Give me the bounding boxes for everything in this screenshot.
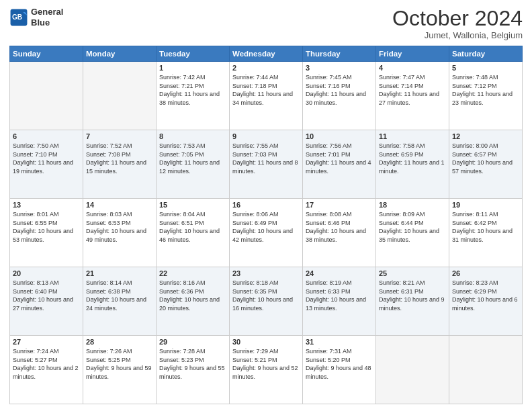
logo: GB General Blue xyxy=(9,7,63,28)
cell-info: Sunrise: 8:19 AMSunset: 6:33 PMDaylight:… xyxy=(306,279,366,312)
day-number: 4 xyxy=(379,64,446,72)
day-header-friday: Friday xyxy=(376,46,449,62)
calendar-cell xyxy=(10,62,83,130)
calendar-cell xyxy=(376,336,449,404)
page: GB General Blue October 2024 Jumet, Wall… xyxy=(0,0,532,411)
day-number: 12 xyxy=(452,132,519,140)
cell-info: Sunrise: 7:42 AMSunset: 7:21 PMDaylight:… xyxy=(159,74,220,106)
calendar-header-row: SundayMondayTuesdayWednesdayThursdayFrid… xyxy=(10,46,523,62)
calendar-cell: 7Sunrise: 7:52 AMSunset: 7:08 PMDaylight… xyxy=(83,130,157,199)
day-number: 22 xyxy=(159,269,226,277)
calendar-cell: 13Sunrise: 8:01 AMSunset: 6:55 PMDayligh… xyxy=(10,199,83,267)
day-number: 31 xyxy=(306,338,373,346)
cell-info: Sunrise: 8:04 AMSunset: 6:51 PMDaylight:… xyxy=(159,211,220,243)
cell-info: Sunrise: 8:13 AMSunset: 6:40 PMDaylight:… xyxy=(13,279,73,312)
svg-text:GB: GB xyxy=(12,13,22,21)
day-number: 18 xyxy=(379,201,446,209)
cell-info: Sunrise: 7:53 AMSunset: 7:05 PMDaylight:… xyxy=(159,142,220,175)
cell-info: Sunrise: 7:29 AMSunset: 5:21 PMDaylight:… xyxy=(232,348,298,380)
calendar-cell: 30Sunrise: 7:29 AMSunset: 5:21 PMDayligh… xyxy=(230,336,303,404)
day-number: 6 xyxy=(13,132,80,140)
day-number: 28 xyxy=(86,338,153,346)
cell-info: Sunrise: 8:18 AMSunset: 6:35 PMDaylight:… xyxy=(232,279,293,312)
day-number: 23 xyxy=(232,269,300,277)
cell-info: Sunrise: 8:23 AMSunset: 6:29 PMDaylight:… xyxy=(452,279,518,312)
location: Jumet, Wallonia, Belgium xyxy=(392,30,523,40)
calendar-cell xyxy=(449,336,523,404)
day-number: 2 xyxy=(232,64,300,72)
day-number: 10 xyxy=(306,132,373,140)
day-header-thursday: Thursday xyxy=(303,46,376,62)
cell-info: Sunrise: 7:26 AMSunset: 5:25 PMDaylight:… xyxy=(86,348,152,380)
day-number: 27 xyxy=(13,338,80,346)
calendar-week-row: 1Sunrise: 7:42 AMSunset: 7:21 PMDaylight… xyxy=(10,62,523,130)
day-number: 9 xyxy=(232,132,300,140)
cell-info: Sunrise: 8:14 AMSunset: 6:38 PMDaylight:… xyxy=(86,279,146,312)
calendar-cell: 8Sunrise: 7:53 AMSunset: 7:05 PMDaylight… xyxy=(157,130,230,199)
cell-info: Sunrise: 7:28 AMSunset: 5:23 PMDaylight:… xyxy=(159,348,225,380)
calendar-week-row: 6Sunrise: 7:50 AMSunset: 7:10 PMDaylight… xyxy=(10,130,523,199)
day-header-saturday: Saturday xyxy=(449,46,523,62)
calendar-cell: 31Sunrise: 7:31 AMSunset: 5:20 PMDayligh… xyxy=(303,336,376,404)
calendar-cell: 29Sunrise: 7:28 AMSunset: 5:23 PMDayligh… xyxy=(157,336,230,404)
day-number: 26 xyxy=(452,269,519,277)
calendar-cell: 3Sunrise: 7:45 AMSunset: 7:16 PMDaylight… xyxy=(303,62,376,130)
day-number: 20 xyxy=(13,269,80,277)
calendar-cell: 19Sunrise: 8:11 AMSunset: 6:42 PMDayligh… xyxy=(449,199,523,267)
day-number: 24 xyxy=(306,269,373,277)
logo-icon: GB xyxy=(9,8,28,27)
calendar-cell: 23Sunrise: 8:18 AMSunset: 6:35 PMDayligh… xyxy=(230,267,303,336)
calendar-week-row: 27Sunrise: 7:24 AMSunset: 5:27 PMDayligh… xyxy=(10,336,523,404)
header: GB General Blue October 2024 Jumet, Wall… xyxy=(9,7,523,40)
day-number: 15 xyxy=(159,201,226,209)
day-number: 8 xyxy=(159,132,226,140)
cell-info: Sunrise: 7:56 AMSunset: 7:01 PMDaylight:… xyxy=(306,142,371,175)
day-header-sunday: Sunday xyxy=(10,46,83,62)
header-right: October 2024 Jumet, Wallonia, Belgium xyxy=(392,7,523,40)
logo-text: General Blue xyxy=(31,7,63,28)
calendar-cell: 16Sunrise: 8:06 AMSunset: 6:49 PMDayligh… xyxy=(230,199,303,267)
cell-info: Sunrise: 8:21 AMSunset: 6:31 PMDaylight:… xyxy=(379,279,445,312)
calendar-cell: 4Sunrise: 7:47 AMSunset: 7:14 PMDaylight… xyxy=(376,62,449,130)
day-number: 3 xyxy=(306,64,373,72)
calendar-cell: 21Sunrise: 8:14 AMSunset: 6:38 PMDayligh… xyxy=(83,267,157,336)
cell-info: Sunrise: 8:03 AMSunset: 6:53 PMDaylight:… xyxy=(86,211,146,243)
cell-info: Sunrise: 8:08 AMSunset: 6:46 PMDaylight:… xyxy=(306,211,366,243)
logo-line1: General xyxy=(31,7,63,17)
calendar-cell: 27Sunrise: 7:24 AMSunset: 5:27 PMDayligh… xyxy=(10,336,83,404)
day-header-tuesday: Tuesday xyxy=(157,46,230,62)
calendar-cell: 15Sunrise: 8:04 AMSunset: 6:51 PMDayligh… xyxy=(157,199,230,267)
cell-info: Sunrise: 8:11 AMSunset: 6:42 PMDaylight:… xyxy=(452,211,513,243)
day-number: 14 xyxy=(86,201,153,209)
calendar-cell: 24Sunrise: 8:19 AMSunset: 6:33 PMDayligh… xyxy=(303,267,376,336)
calendar-cell: 28Sunrise: 7:26 AMSunset: 5:25 PMDayligh… xyxy=(83,336,157,404)
day-number: 7 xyxy=(86,132,153,140)
calendar-cell: 14Sunrise: 8:03 AMSunset: 6:53 PMDayligh… xyxy=(83,199,157,267)
calendar-cell: 6Sunrise: 7:50 AMSunset: 7:10 PMDaylight… xyxy=(10,130,83,199)
calendar-cell: 20Sunrise: 8:13 AMSunset: 6:40 PMDayligh… xyxy=(10,267,83,336)
calendar-cell: 18Sunrise: 8:09 AMSunset: 6:44 PMDayligh… xyxy=(376,199,449,267)
cell-info: Sunrise: 8:09 AMSunset: 6:44 PMDaylight:… xyxy=(379,211,439,243)
day-number: 5 xyxy=(452,64,519,72)
calendar-cell: 5Sunrise: 7:48 AMSunset: 7:12 PMDaylight… xyxy=(449,62,523,130)
day-number: 1 xyxy=(159,64,226,72)
day-number: 11 xyxy=(379,132,446,140)
logo-line2: Blue xyxy=(31,17,63,28)
day-number: 17 xyxy=(306,201,373,209)
cell-info: Sunrise: 8:06 AMSunset: 6:49 PMDaylight:… xyxy=(232,211,293,243)
calendar-cell: 11Sunrise: 7:58 AMSunset: 6:59 PMDayligh… xyxy=(376,130,449,199)
cell-info: Sunrise: 7:47 AMSunset: 7:14 PMDaylight:… xyxy=(379,74,439,106)
cell-info: Sunrise: 7:48 AMSunset: 7:12 PMDaylight:… xyxy=(452,74,513,106)
month-title: October 2024 xyxy=(392,7,523,30)
calendar-cell: 22Sunrise: 8:16 AMSunset: 6:36 PMDayligh… xyxy=(157,267,230,336)
calendar-cell: 2Sunrise: 7:44 AMSunset: 7:18 PMDaylight… xyxy=(230,62,303,130)
cell-info: Sunrise: 7:45 AMSunset: 7:16 PMDaylight:… xyxy=(306,74,366,106)
calendar-cell: 25Sunrise: 8:21 AMSunset: 6:31 PMDayligh… xyxy=(376,267,449,336)
day-number: 16 xyxy=(232,201,300,209)
calendar-week-row: 20Sunrise: 8:13 AMSunset: 6:40 PMDayligh… xyxy=(10,267,523,336)
day-number: 29 xyxy=(159,338,226,346)
day-header-monday: Monday xyxy=(83,46,157,62)
calendar-cell: 17Sunrise: 8:08 AMSunset: 6:46 PMDayligh… xyxy=(303,199,376,267)
day-number: 21 xyxy=(86,269,153,277)
day-number: 19 xyxy=(452,201,519,209)
